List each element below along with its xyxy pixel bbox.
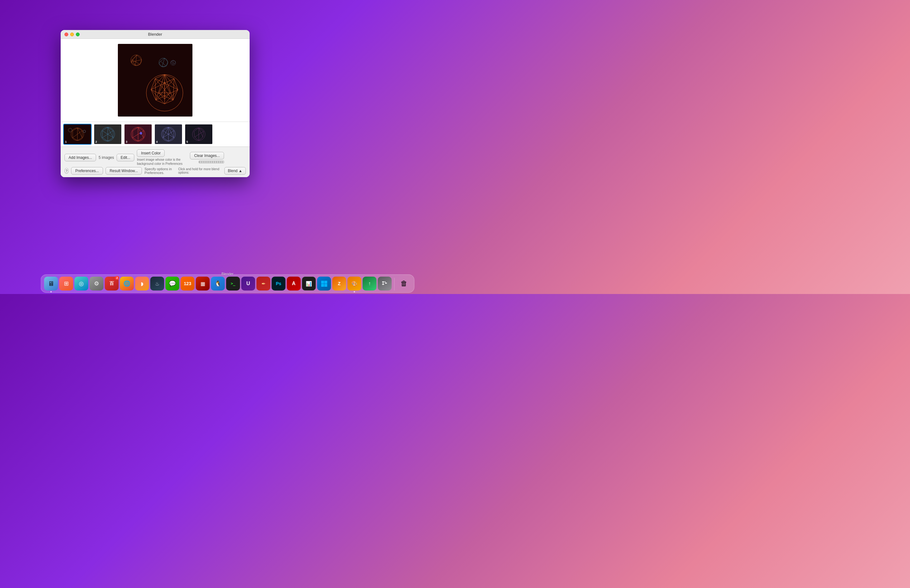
thumb-num-1: 1 xyxy=(65,140,67,143)
controls-row-1: Add Images... 5 images Edit... Insert Co… xyxy=(65,149,246,166)
right-controls: Click and hold for more blend options: B… xyxy=(178,167,246,174)
svg-rect-71 xyxy=(321,284,324,287)
dock-item-quill[interactable]: ✒ xyxy=(257,277,270,291)
preview-svg xyxy=(118,44,193,116)
result-window-button[interactable]: Result Window... xyxy=(105,167,142,174)
svg-line-8 xyxy=(160,61,166,66)
dock-item-system-settings[interactable]: ⚙ xyxy=(90,277,104,291)
dock-item-winzip[interactable]: Z xyxy=(332,277,346,291)
more-blend-desc: Click and hold for more blend options: xyxy=(178,167,222,174)
preferences-button[interactable]: Preferences... xyxy=(71,167,103,174)
thumbnail-5[interactable]: 5 xyxy=(185,124,213,145)
blend-slider[interactable] xyxy=(199,161,224,163)
window-controls xyxy=(65,32,79,36)
thumb-num-2: 2 xyxy=(96,140,97,143)
clear-blend-section: Clear Images... xyxy=(190,152,224,163)
add-images-button[interactable]: Add Images... xyxy=(65,154,96,162)
dock-item-ue[interactable]: U xyxy=(241,277,255,291)
help-button[interactable]: ? xyxy=(65,168,68,174)
dock-item-acrobat[interactable]: A xyxy=(287,277,301,291)
controls-row-2: ? Preferences... Result Window... Specif… xyxy=(65,167,246,174)
dock-item-qq[interactable]: 🐧 xyxy=(211,277,225,291)
images-count: 5 images xyxy=(99,155,114,160)
preview-area xyxy=(61,39,249,121)
dock-item-transloader[interactable]: ↑ xyxy=(363,277,377,291)
dock-badge-baidu: 2 xyxy=(115,276,120,280)
preview-canvas xyxy=(118,44,193,116)
thumb-num-4: 4 xyxy=(156,140,158,143)
window-titlebar: Blender xyxy=(61,30,249,39)
dock-item-blender[interactable]: 🎨 xyxy=(348,277,361,291)
thumbnail-2[interactable]: 2 xyxy=(94,124,122,145)
svg-line-28 xyxy=(155,79,156,100)
desktop: Blender xyxy=(0,0,455,294)
dock-item-baidu[interactable]: 百 2 xyxy=(105,277,119,291)
insert-color-section: Insert Color Insert image whose color is… xyxy=(137,149,187,166)
svg-line-29 xyxy=(156,74,165,100)
dock-item-mosaic[interactable]: ▦ xyxy=(196,277,210,291)
minimize-button[interactable] xyxy=(70,32,74,36)
maximize-button[interactable] xyxy=(76,32,79,36)
svg-point-43 xyxy=(68,128,72,132)
thumbnail-1[interactable]: 1 xyxy=(63,124,92,145)
svg-line-67 xyxy=(194,131,204,137)
dock-item-photoshop[interactable]: Ps xyxy=(272,277,286,291)
svg-rect-73 xyxy=(382,281,384,282)
svg-rect-72 xyxy=(324,284,327,287)
clear-images-button[interactable]: Clear Images... xyxy=(190,152,224,160)
svg-point-78 xyxy=(383,284,384,285)
svg-line-33 xyxy=(159,82,165,93)
thumb-num-3: 3 xyxy=(126,140,127,143)
thumbnails-area: 1 2 xyxy=(61,121,249,147)
svg-point-77 xyxy=(383,283,384,284)
svg-point-76 xyxy=(385,281,385,282)
dock-item-finder[interactable]: 🖥 xyxy=(44,277,58,291)
close-button[interactable] xyxy=(65,32,68,36)
svg-rect-74 xyxy=(385,283,387,284)
thumb-num-5: 5 xyxy=(186,140,188,143)
thumbnail-3[interactable]: 3 xyxy=(124,124,152,145)
dock-item-terminal[interactable]: >_ xyxy=(226,277,240,291)
svg-line-27 xyxy=(173,79,174,100)
svg-point-44 xyxy=(83,130,86,132)
dock-separator xyxy=(394,278,395,291)
dock-item-trash[interactable]: 🗑 xyxy=(397,277,411,291)
svg-point-56 xyxy=(140,132,142,134)
svg-rect-70 xyxy=(324,281,327,284)
insert-color-desc: Insert image whose color is the backgrou… xyxy=(137,158,187,166)
window-title: Blender xyxy=(148,32,162,37)
svg-line-32 xyxy=(165,82,170,93)
thumbnail-4[interactable]: 4 xyxy=(154,124,183,145)
svg-line-9 xyxy=(162,58,165,67)
svg-line-22 xyxy=(156,90,178,100)
left-controls: ? Preferences... Result Window... Specif… xyxy=(65,167,178,174)
dock-item-launchpad[interactable]: ⊞ xyxy=(59,277,73,291)
dock-item-activity-monitor[interactable]: 📊 xyxy=(302,277,316,291)
edit-button[interactable]: Edit... xyxy=(117,154,134,162)
dock-item-windows[interactable] xyxy=(317,277,331,291)
preferences-label: Specify options in Preferences. xyxy=(144,167,178,174)
dock: 🖥 ⊞ ◎ ⚙ 百 2 🌐 ◗ ♨ 💬 123 xyxy=(41,275,415,293)
dock-item-arc[interactable]: ◗ xyxy=(135,277,149,291)
dock-item-control-center[interactable] xyxy=(378,277,392,291)
dock-item-123[interactable]: 123 xyxy=(181,277,194,291)
dock-item-wechat[interactable]: 💬 xyxy=(165,277,180,291)
blend-button[interactable]: Blend ▲ xyxy=(224,167,246,174)
insert-color-button[interactable]: Insert Color xyxy=(137,149,165,157)
controls-area: Add Images... 5 images Edit... Insert Co… xyxy=(61,147,249,177)
svg-rect-69 xyxy=(321,281,324,284)
blender-window: Blender xyxy=(61,30,249,177)
dock-item-chrome[interactable]: 🌐 xyxy=(120,277,134,291)
dock-item-steam[interactable]: ♨ xyxy=(151,277,164,291)
dock-item-safari[interactable]: ◎ xyxy=(74,277,89,291)
